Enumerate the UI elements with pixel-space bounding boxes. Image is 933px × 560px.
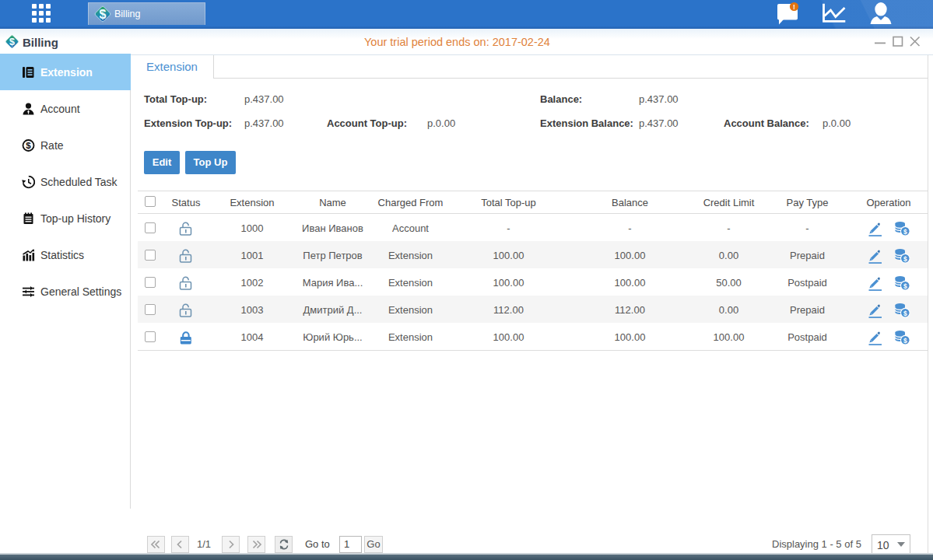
svg-text:$: $ [903,282,907,289]
svg-text:!: ! [793,3,795,11]
svg-text:$: $ [100,8,107,21]
svg-text:$: $ [903,309,907,317]
svg-text:$: $ [9,37,15,47]
svg-text:$: $ [903,254,907,262]
svg-text:$: $ [26,141,31,150]
svg-text:$: $ [903,227,907,235]
svg-text:$: $ [903,336,907,344]
